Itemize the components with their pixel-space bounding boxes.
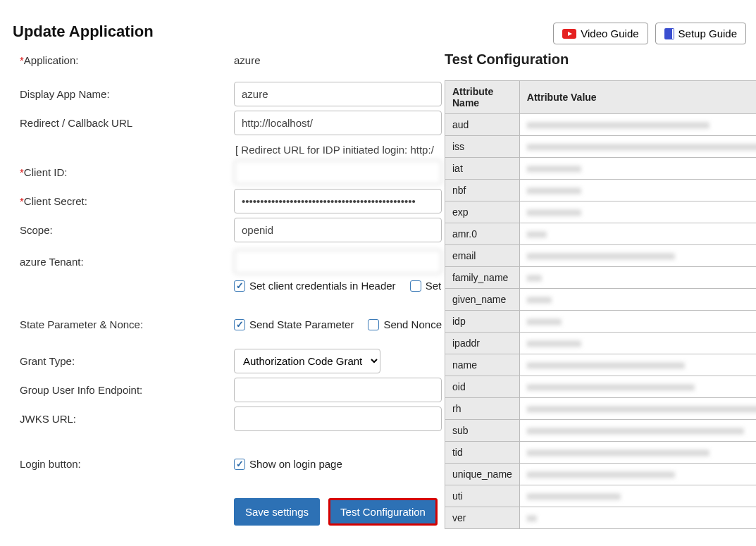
attr-value-cell: xxxxxxxxxxx [519, 180, 756, 201]
client-credentials-body-checkbox[interactable] [410, 280, 421, 292]
table-row: unique_namexxxxxxxxxxxxxxxxxxxxxxxxxxxxx… [445, 464, 756, 485]
client-credentials-header-label: Set client credentials in Header [249, 280, 396, 292]
redirect-url-input[interactable] [234, 111, 442, 135]
attr-value-cell: xxxxxxxxxxxxxxxxxxxxxxxxxxxxxx [519, 464, 756, 485]
page-title: Update Application [13, 23, 154, 41]
attr-value-cell: xxxxxxxxxxxxxxxxxxxxxxxxxxxxxxxxxxxxxxxx… [519, 398, 756, 420]
redirect-hint: [ Redirect URL for IDP initiated login: … [234, 139, 442, 159]
col-attribute-name: Attribute Name [445, 81, 519, 114]
attributes-table: Attribute Name Attribute Value audxxxxxx… [445, 80, 756, 529]
attr-name-cell: nbf [445, 180, 519, 201]
attr-value-cell: xxxxxxxxxxxxxxxxxxxxxxxxxxxxxxxxxxxxx [519, 114, 756, 136]
send-nonce-checkbox[interactable] [368, 319, 379, 330]
table-row: rhxxxxxxxxxxxxxxxxxxxxxxxxxxxxxxxxxxxxxx… [445, 398, 756, 420]
attr-value-cell: xxxxxxxxxxx [519, 333, 756, 354]
display-name-label: Display App Name: [20, 85, 234, 103]
table-row: nbfxxxxxxxxxxx [445, 180, 756, 201]
attr-name-cell: iat [445, 158, 519, 180]
attr-name-cell: ver [445, 507, 519, 529]
table-row: namexxxxxxxxxxxxxxxxxxxxxxxxxxxxxxxx [445, 354, 756, 376]
table-row: idpxxxxxxx [445, 311, 756, 333]
attr-name-cell: sub [445, 420, 519, 442]
group-endpoint-input[interactable] [234, 378, 442, 402]
attr-value-cell: xxxxxxxxxxxxxxxxxxxxxxxxxxxxxxxx [519, 354, 756, 376]
login-button-label: Login button: [20, 455, 234, 473]
grant-type-label: Grant Type: [20, 352, 234, 370]
client-secret-label: Client Secret: [24, 195, 87, 207]
attr-value-cell: xxxxxxxxxxxxxxxxxxx [519, 485, 756, 507]
table-row: ipaddrxxxxxxxxxxx [445, 333, 756, 354]
attr-name-cell: oid [445, 376, 519, 398]
table-row: verxx [445, 507, 756, 529]
setup-guide-label: Setup Guide [678, 27, 737, 39]
youtube-icon [562, 29, 576, 39]
table-row: oidxxxxxxxxxxxxxxxxxxxxxxxxxxxxxxxxxx [445, 376, 756, 398]
attr-value-cell: xx [519, 507, 756, 529]
table-row: family_namexxx [445, 267, 756, 289]
table-row: tidxxxxxxxxxxxxxxxxxxxxxxxxxxxxxxxxxxxxx [445, 442, 756, 464]
scope-label: Scope: [20, 221, 234, 239]
attr-value-cell: xxxxxxxxxxx [519, 158, 756, 180]
setup-guide-button[interactable]: Setup Guide [655, 23, 746, 44]
attr-value-cell: xxxxxxxxxxxxxxxxxxxxxxxxxxxxxx [519, 245, 756, 267]
table-row: issxxxxxxxxxxxxxxxxxxxxxxxxxxxxxxxxxxxxx… [445, 136, 756, 158]
application-label: Application: [24, 54, 79, 66]
state-nonce-label: State Parameter & Nonce: [20, 316, 234, 333]
attr-name-cell: aud [445, 114, 519, 136]
attr-value-cell: xxxx [519, 223, 756, 245]
send-state-label: Send State Parameter [249, 318, 354, 330]
attr-value-cell: xxxxx [519, 289, 756, 311]
client-credentials-body-label: Set [426, 280, 442, 292]
tenant-label: azure Tenant: [20, 253, 234, 271]
attr-name-cell: unique_name [445, 464, 519, 485]
client-credentials-header-checkbox[interactable] [234, 280, 245, 292]
video-guide-button[interactable]: Video Guide [553, 23, 647, 44]
client-id-label: Client ID: [24, 166, 68, 178]
attr-name-cell: tid [445, 442, 519, 464]
video-guide-label: Video Guide [581, 27, 638, 39]
book-icon [664, 28, 674, 39]
save-settings-button[interactable]: Save settings [234, 498, 320, 526]
attr-name-cell: idp [445, 311, 519, 333]
send-nonce-label: Send Nonce [383, 318, 442, 330]
grant-type-select[interactable]: Authorization Code Grant [234, 349, 380, 373]
table-row: audxxxxxxxxxxxxxxxxxxxxxxxxxxxxxxxxxxxxx [445, 114, 756, 136]
attr-value-cell: xxxxxxxxxxxxxxxxxxxxxxxxxxxxxxxxxxxxxxxx… [519, 420, 756, 442]
attr-name-cell: iss [445, 136, 519, 158]
scope-input[interactable] [234, 218, 442, 242]
attr-name-cell: amr.0 [445, 223, 519, 245]
attr-name-cell: given_name [445, 289, 519, 311]
application-value: azure [234, 51, 442, 69]
attr-value-cell: xxxxxxxxxxxxxxxxxxxxxxxxxxxxxxxxxxxxxxxx… [519, 136, 756, 158]
table-row: utixxxxxxxxxxxxxxxxxxx [445, 485, 756, 507]
table-row: amr.0xxxx [445, 223, 756, 245]
redirect-label: Redirect / Callback URL [20, 114, 234, 132]
attr-name-cell: email [445, 245, 519, 267]
show-on-login-label: Show on login page [249, 458, 342, 470]
attr-value-cell: xxxxxxxxxxxxxxxxxxxxxxxxxxxxxxxxxxxxx [519, 442, 756, 464]
attr-name-cell: rh [445, 398, 519, 420]
jwks-url-input[interactable] [234, 407, 442, 431]
attr-name-cell: exp [445, 201, 519, 223]
tenant-input[interactable] [234, 249, 442, 274]
table-row: emailxxxxxxxxxxxxxxxxxxxxxxxxxxxxxx [445, 245, 756, 267]
table-row: subxxxxxxxxxxxxxxxxxxxxxxxxxxxxxxxxxxxxx… [445, 420, 756, 442]
display-name-input[interactable] [234, 82, 442, 106]
group-endpoint-label: Group User Info Endpoint: [20, 381, 234, 399]
table-row: given_namexxxxx [445, 289, 756, 311]
show-on-login-checkbox[interactable] [234, 459, 245, 470]
attr-name-cell: family_name [445, 267, 519, 289]
attr-value-cell: xxxxxxxxxxx [519, 201, 756, 223]
client-secret-input[interactable] [234, 189, 442, 213]
send-state-checkbox[interactable] [234, 319, 245, 330]
jwks-url-label: JWKS URL: [20, 410, 234, 428]
client-id-input[interactable] [234, 160, 442, 185]
table-row: expxxxxxxxxxxx [445, 201, 756, 223]
attr-value-cell: xxxxxxxxxxxxxxxxxxxxxxxxxxxxxxxxxx [519, 376, 756, 398]
attr-name-cell: name [445, 354, 519, 376]
attr-name-cell: uti [445, 485, 519, 507]
attr-value-cell: xxxxxxx [519, 311, 756, 333]
test-configuration-button[interactable]: Test Configuration [328, 498, 438, 526]
table-row: iatxxxxxxxxxxx [445, 158, 756, 180]
test-configuration-title: Test Configuration [445, 51, 756, 68]
